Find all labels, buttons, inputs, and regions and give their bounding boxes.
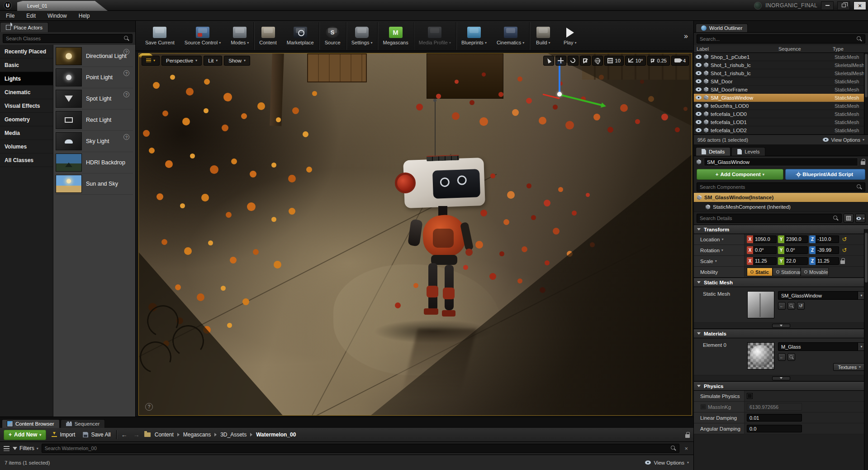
scale-lock-icon[interactable]	[840, 260, 845, 264]
help-icon[interactable]: ?	[123, 134, 129, 140]
outliner-row[interactable]: tefcefala_LOD1 StaticMesh	[694, 118, 868, 126]
category-item[interactable]: Recently Placed	[0, 45, 53, 58]
rotation-z-field[interactable]: -39.99	[816, 246, 839, 254]
scale-y-field[interactable]: 22.0	[784, 257, 808, 265]
add-new-button[interactable]: + Add New ▾	[4, 430, 46, 440]
breadcrumb-item[interactable]: Content	[154, 431, 180, 439]
import-button[interactable]: Import	[49, 430, 77, 440]
category-item[interactable]: All Classes	[0, 153, 53, 167]
category-item[interactable]: Basic	[0, 58, 53, 72]
section-physics[interactable]: Physics	[694, 381, 868, 391]
angular-damping-field[interactable]: 0.0	[747, 425, 802, 432]
outliner-row[interactable]: SM_DoorFrame StaticMesh	[694, 86, 868, 94]
search-details-input[interactable]	[697, 216, 833, 221]
search-components[interactable]	[697, 182, 865, 192]
category-item[interactable]: Geometry	[0, 113, 53, 126]
toolbar-button[interactable]: Media Profile▾	[413, 22, 456, 50]
breadcrumb-item[interactable]: Megascans	[182, 431, 218, 439]
outliner-row[interactable]: Shot_1_rishub_lc SkeletalMesh	[694, 61, 868, 69]
category-item[interactable]: Lights	[0, 72, 53, 86]
section-materials[interactable]: Materials	[694, 329, 868, 338]
rotation-y-field[interactable]: 0.0°	[784, 246, 808, 254]
browse-to-asset-button[interactable]	[787, 302, 795, 310]
scale-x-field[interactable]: 11.25	[753, 257, 777, 265]
category-item[interactable]: Volumes	[0, 140, 53, 153]
visibility-eye-icon[interactable]	[696, 112, 702, 116]
linear-damping-field[interactable]: 0.01	[747, 414, 802, 422]
toolbar-button[interactable]: Settings▾	[346, 22, 378, 50]
toolbar-button[interactable]: S Source	[319, 22, 346, 50]
viewport-options-button[interactable]: ▾	[142, 56, 160, 66]
component-row-instance[interactable]: SM_GlassWindow(Instance)	[694, 193, 868, 202]
breadcrumb-item[interactable]: Watermelon_00	[255, 431, 297, 439]
viewport-help-icon[interactable]: ?	[145, 403, 153, 411]
toolbar-button[interactable]: Blueprints▾	[456, 22, 492, 50]
scale-tool-button[interactable]	[580, 56, 591, 66]
scrollbar-thumb[interactable]	[865, 233, 868, 283]
visibility-eye-icon[interactable]	[696, 128, 702, 132]
advanced-expander[interactable]	[694, 375, 868, 381]
section-static-mesh[interactable]: Static Mesh	[694, 278, 868, 287]
menu-item[interactable]: Window	[42, 11, 73, 21]
rotate-tool-button[interactable]	[568, 56, 579, 66]
actor-item[interactable]: Spot Light ?	[56, 88, 133, 110]
column-type[interactable]: Type	[833, 46, 865, 52]
visibility-eye-icon[interactable]	[696, 55, 702, 59]
help-icon[interactable]: ?	[123, 70, 129, 76]
scale-label[interactable]: Scale	[700, 259, 713, 264]
menu-item[interactable]: File	[0, 11, 20, 21]
use-selected-asset-button[interactable]: ←	[778, 353, 786, 361]
back-button[interactable]: ←	[120, 431, 129, 438]
visibility-eye-icon[interactable]	[696, 104, 702, 108]
rotation-label[interactable]: Rotation	[700, 248, 720, 253]
actor-item[interactable]: HDRI Backdrop	[56, 152, 133, 173]
toolbar-button[interactable]: Marketplace	[282, 22, 319, 50]
mobility-option[interactable]: Movable	[801, 268, 829, 276]
toolbar-button[interactable]: Save Current	[140, 22, 180, 50]
forward-button[interactable]: →	[132, 431, 141, 438]
actor-name-field[interactable]	[704, 158, 858, 166]
visibility-eye-icon[interactable]	[696, 71, 702, 75]
scale-z-field[interactable]: 11.25	[816, 257, 839, 265]
actor-item[interactable]: Sun and Sky	[56, 173, 133, 195]
outliner-row[interactable]: SM_GlassWindow StaticMesh	[694, 94, 868, 102]
material-thumbnail[interactable]	[747, 342, 774, 369]
outliner-view-options[interactable]: View Options ▾	[823, 137, 864, 143]
scale-snap-control[interactable]: 0.25	[647, 56, 669, 66]
toolbar-button[interactable]: Modes▾	[226, 22, 254, 50]
outliner-row[interactable]: tefcefala_LOD2 StaticMesh	[694, 126, 868, 134]
gizmo-pivot-point[interactable]	[557, 92, 562, 96]
toolbar-button[interactable]: Play▾	[556, 22, 583, 50]
material-combo[interactable]: M_Glass ▾	[778, 342, 865, 351]
viewport-mode-button[interactable]: Perspective ▾	[161, 56, 202, 66]
grid-snap-control[interactable]: 10	[604, 56, 624, 66]
toolbar-button[interactable]: Source Control▾	[180, 22, 226, 50]
details-tab[interactable]: Levels	[731, 147, 765, 156]
details-scrollbar[interactable]	[864, 229, 868, 470]
outliner-row[interactable]: te0uchfra_LOD0 StaticMesh	[694, 102, 868, 110]
lock-icon[interactable]	[685, 434, 690, 438]
restore-button[interactable]	[837, 1, 850, 10]
minimize-button[interactable]	[821, 1, 834, 10]
place-actors-search-input[interactable]	[3, 36, 124, 41]
close-button[interactable]: ×	[854, 1, 866, 10]
scrollbar-thumb[interactable]	[865, 54, 868, 97]
advanced-expander[interactable]	[694, 323, 868, 329]
actor-item[interactable]: Directional Light ?	[56, 46, 133, 67]
visibility-eye-icon[interactable]	[696, 63, 702, 67]
viewport-mode-button[interactable]: Show ▾	[224, 56, 250, 66]
visibility-eye-icon[interactable]	[696, 79, 702, 83]
add-component-button[interactable]: + Add Component ▾	[697, 169, 783, 180]
lock-icon[interactable]	[861, 161, 865, 165]
gizmo-z-arrow[interactable]	[559, 63, 560, 93]
reset-to-default-icon[interactable]: ↺	[841, 247, 848, 254]
actor-item[interactable]: Point Light ?	[56, 67, 133, 88]
help-icon[interactable]: ?	[123, 91, 129, 97]
column-sequence[interactable]: Sequence	[778, 46, 833, 52]
toolbar-button[interactable]: Cinematics▾	[492, 22, 529, 50]
reset-to-default-icon[interactable]: ↺	[841, 236, 848, 243]
tab-world-outliner[interactable]: World Outliner	[696, 24, 748, 32]
camera-speed-control[interactable]: 4	[671, 56, 689, 66]
menu-item[interactable]: Edit	[20, 11, 42, 21]
place-actors-tab[interactable]: Place Actors	[0, 22, 48, 32]
